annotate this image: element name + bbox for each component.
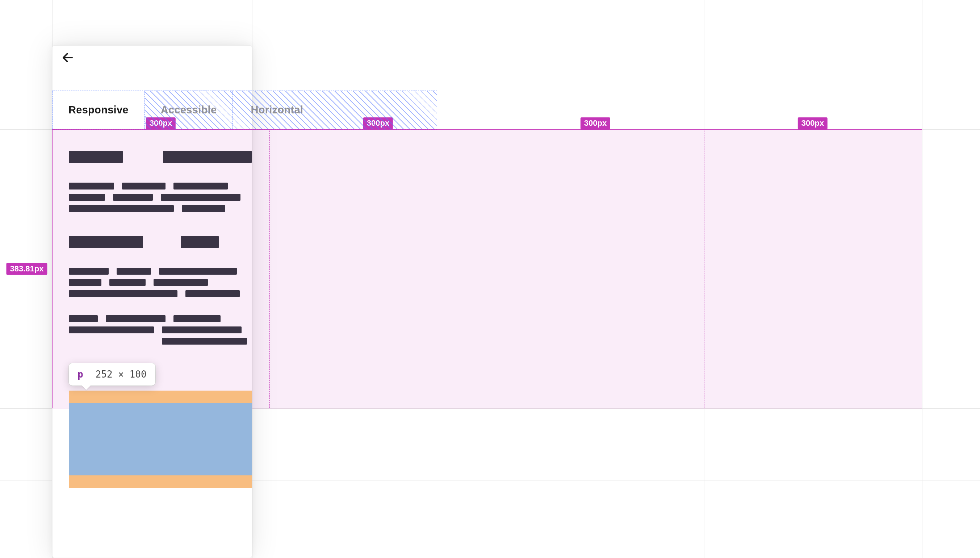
ruler-v (922, 0, 923, 558)
inspector-tooltip: p 252 × 100 (69, 363, 155, 386)
grid-col-line (487, 130, 487, 409)
tab-horizontal[interactable]: Horizontal (233, 90, 305, 130)
grid-col-label: 300px (798, 117, 828, 130)
inspector-tooltip-tag: p (77, 369, 83, 380)
tabs: Responsive Accessible Horizontal (52, 90, 305, 130)
ruler-v (704, 0, 704, 558)
grid-col-label: 300px (363, 117, 393, 130)
inspector-tooltip-dims: 252 × 100 (96, 369, 147, 380)
back-arrow-icon[interactable] (61, 51, 74, 64)
grid-col-line (704, 130, 704, 409)
grid-col-line (270, 130, 270, 409)
flexbox-overlay: Responsive Accessible Horizontal (52, 90, 437, 130)
grid-row-label: 383.81px (6, 263, 47, 275)
tab-responsive[interactable]: Responsive (52, 90, 145, 130)
grid-col-label: 300px (581, 117, 610, 130)
ruler-v (252, 0, 252, 558)
ruler-v (269, 0, 269, 558)
ruler-v (487, 0, 487, 558)
tab-accessible[interactable]: Accessible (145, 90, 233, 130)
titlebar (52, 46, 252, 70)
